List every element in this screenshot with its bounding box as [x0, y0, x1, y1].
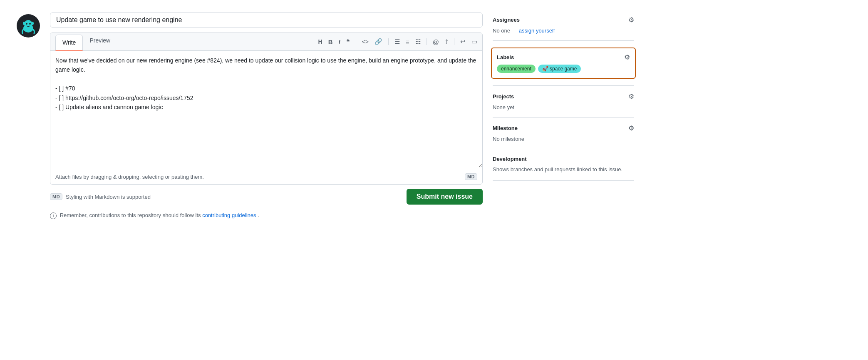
editor-body: Now that we've decided on our new render… [50, 51, 482, 169]
editor-footer-left: MD Styling with Markdown is supported [50, 193, 151, 200]
toolbar-sep-4 [454, 38, 454, 45]
toolbar-sep-1 [356, 38, 356, 45]
toolbar-sep-3 [427, 38, 427, 45]
development-title: Development [493, 156, 527, 162]
code-icon[interactable]: <> [362, 38, 369, 45]
tab-preview[interactable]: Preview [83, 33, 117, 51]
sidebar-labels-header: Labels ⚙ [497, 53, 630, 61]
sidebar-labels-section: Labels ⚙ enhancement 🚀 space game [493, 41, 634, 86]
assignees-sep: — [512, 28, 517, 34]
label-enhancement[interactable]: enhancement [497, 65, 536, 73]
contributing-guidelines-link[interactable]: contributing guidelines [202, 212, 256, 218]
tab-write[interactable]: Write [55, 35, 83, 51]
ordered-list-icon[interactable]: ≡ [406, 38, 409, 45]
quote-icon[interactable]: ❝ [346, 38, 350, 46]
toolbar-sep-2 [388, 38, 389, 45]
toolbar-icons: H B I ❝ <> 🔗 ☰ ≡ ☷ @ ⤴ ↩ ▭ [318, 35, 478, 49]
labels-gear-icon[interactable]: ⚙ [624, 53, 630, 61]
italic-icon[interactable]: I [338, 38, 340, 45]
sidebar-projects-header: Projects ⚙ [493, 92, 634, 100]
sidebar-col: Assignees ⚙ No one — assign yourself Lab… [493, 12, 634, 181]
editor-box: Write Preview H B I ❝ <> 🔗 ☰ ≡ ☷ @ [50, 32, 483, 185]
assign-yourself-link[interactable]: assign yourself [519, 28, 555, 34]
md-badge-attach: MD [465, 173, 477, 180]
bold-icon[interactable]: B [328, 38, 333, 45]
main-col: Write Preview H B I ❝ <> 🔗 ☰ ≡ ☷ @ [50, 12, 483, 219]
projects-value: None yet [493, 104, 514, 110]
labels-title: Labels [497, 54, 514, 60]
assignees-gear-icon[interactable]: ⚙ [628, 16, 634, 24]
sidebar-assignees-header: Assignees ⚙ [493, 16, 634, 24]
svg-point-3 [26, 23, 27, 25]
avatar [17, 14, 40, 38]
labels-row: enhancement 🚀 space game [497, 65, 630, 73]
submit-new-issue-button[interactable]: Submit new issue [407, 189, 483, 205]
fullscreen-icon[interactable]: ▭ [471, 38, 477, 45]
task-list-icon[interactable]: ☷ [415, 38, 421, 45]
editor-footer: MD Styling with Markdown is supported Su… [50, 185, 483, 209]
sidebar-assignees-section: Assignees ⚙ No one — assign yourself [493, 12, 634, 41]
development-description: Shows branches and pull requests linked … [493, 165, 634, 174]
footer-note: i Remember, contributions to this reposi… [50, 209, 483, 219]
undo-icon[interactable]: ↩ [460, 38, 466, 45]
md-badge-footer: MD [50, 193, 62, 200]
projects-title: Projects [493, 93, 514, 100]
projects-gear-icon[interactable]: ⚙ [628, 92, 634, 100]
sidebar-milestone-section: Milestone ⚙ No milestone [493, 118, 634, 149]
sidebar-development-header: Development [493, 156, 634, 162]
cross-ref-icon[interactable]: ⤴ [445, 38, 448, 45]
milestone-title: Milestone [493, 125, 518, 131]
mention-icon[interactable]: @ [433, 38, 439, 45]
milestone-value: No milestone [493, 136, 524, 142]
editor-textarea[interactable]: Now that we've decided on our new render… [50, 51, 482, 168]
heading-icon[interactable]: H [318, 38, 322, 45]
svg-point-5 [23, 22, 25, 25]
milestone-gear-icon[interactable]: ⚙ [628, 124, 634, 132]
svg-point-6 [31, 22, 34, 25]
label-space-game[interactable]: 🚀 space game [538, 65, 581, 73]
sidebar-projects-section: Projects ⚙ None yet [493, 86, 634, 118]
link-icon[interactable]: 🔗 [374, 38, 382, 45]
svg-point-2 [24, 20, 32, 28]
editor-tabs: Write Preview H B I ❝ <> 🔗 ☰ ≡ ☷ @ [50, 33, 482, 51]
attach-area: Attach files by dragging & dropping, sel… [50, 169, 482, 184]
info-icon: i [50, 212, 57, 219]
title-input[interactable] [50, 12, 483, 28]
assignees-no-one: No one [493, 28, 510, 34]
labels-border: Labels ⚙ enhancement 🚀 space game [491, 48, 636, 79]
markdown-note: Styling with Markdown is supported [66, 194, 151, 200]
sidebar-development-section: Development Shows branches and pull requ… [493, 149, 634, 181]
assignees-value: No one — assign yourself [493, 27, 634, 34]
assignees-title: Assignees [493, 17, 520, 23]
tabs-left: Write Preview [55, 33, 117, 50]
footer-text-after: . [258, 212, 259, 218]
sidebar-milestone-header: Milestone ⚙ [493, 124, 634, 132]
attach-label: Attach files by dragging & dropping, sel… [55, 174, 204, 180]
svg-point-4 [29, 23, 31, 25]
avatar-col [17, 12, 40, 38]
unordered-list-icon[interactable]: ☰ [394, 38, 400, 45]
page-container: Write Preview H B I ❝ <> 🔗 ☰ ≡ ☷ @ [0, 8, 868, 223]
footer-text-before: Remember, contributions to this reposito… [60, 212, 203, 218]
